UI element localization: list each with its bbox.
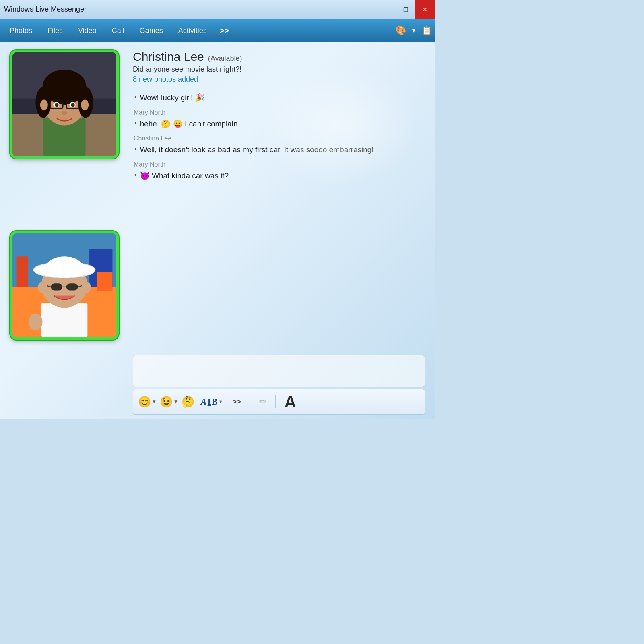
message-bullet: ▪ [133, 93, 137, 101]
svg-rect-30 [46, 264, 83, 271]
close-button[interactable]: ✕ [415, 0, 435, 19]
menu-call[interactable]: Call [105, 24, 132, 37]
emoji3-group: 🤔 [182, 396, 194, 408]
svg-point-37 [83, 282, 91, 293]
font-dropdown[interactable]: ▼ [219, 399, 223, 404]
emoji3-button[interactable]: 🤔 [182, 396, 194, 408]
contact-name: Christina Lee [133, 50, 204, 64]
svg-point-38 [29, 314, 42, 330]
emoji1-group: 😊 ▼ [138, 396, 157, 408]
message-text: 😈 What kinda car was it? [140, 171, 229, 182]
message-row: ▪ hehe. 🤔 😛 I can't complain. [133, 118, 425, 130]
svg-point-16 [61, 111, 67, 115]
svg-rect-22 [17, 256, 28, 287]
message-text: Well, it doesn't look as bad as my first… [140, 144, 374, 155]
avatar-mary [10, 231, 119, 340]
message-text: hehe. 🤔 😛 I can't complain. [140, 119, 240, 130]
message-row: ▪ 😈 What kinda car was it? [133, 170, 425, 182]
message-input[interactable] [133, 355, 425, 387]
font-format-button[interactable]: A I B ▼ [198, 395, 226, 409]
contact-photos-link[interactable]: 8 new photos added [133, 75, 425, 84]
contact-name-row: Christina Lee (Available) [133, 50, 425, 64]
svg-point-14 [55, 103, 59, 107]
menu-photos[interactable]: Photos [2, 24, 39, 37]
contact-header: Christina Lee (Available) Did anyone see… [133, 50, 425, 84]
more-options-button[interactable]: >> [229, 396, 244, 408]
emoji1-dropdown[interactable]: ▼ [152, 399, 157, 405]
svg-rect-24 [97, 272, 112, 291]
message-text: Wow! lucky girl! 🎉 [140, 93, 205, 103]
minimize-button[interactable]: ─ [377, 0, 396, 19]
menu-files[interactable]: Files [40, 24, 70, 37]
menubar-right: 🎨 ▼ 📋 [395, 25, 432, 36]
main-container: Christina Lee (Available) Did anyone see… [0, 42, 435, 419]
menubar: Photos Files Video Call Games Activities… [0, 19, 435, 42]
chat-panel: Christina Lee (Available) Did anyone see… [129, 42, 435, 419]
chat-input-area[interactable] [133, 355, 425, 387]
svg-point-18 [81, 100, 89, 111]
menu-games[interactable]: Games [132, 24, 170, 37]
message-bullet: ▪ [133, 171, 137, 179]
emoji1-button[interactable]: 😊 [138, 396, 151, 408]
window-controls: ─ ❐ ✕ [377, 0, 435, 19]
paint-dropdown[interactable]: ▼ [409, 26, 419, 35]
emoji2-dropdown[interactable]: ▼ [173, 399, 178, 405]
svg-point-17 [40, 100, 48, 111]
emoji2-button[interactable]: 😉 [160, 396, 173, 408]
svg-rect-32 [66, 283, 78, 290]
contact-status: (Available) [208, 54, 242, 63]
restore-button[interactable]: ❐ [396, 0, 415, 19]
message-bullet: ▪ [133, 145, 137, 153]
message-bullet: ▪ [133, 120, 137, 127]
chat-toolbar: 😊 ▼ 😉 ▼ 🤔 A I B ▼ >> ✏ A [133, 389, 425, 415]
message-row: ▪ Well, it doesn't look as bad as my fir… [133, 144, 425, 156]
message-sender: Christina Lee [133, 135, 425, 142]
menu-video[interactable]: Video [71, 24, 104, 37]
message-row: ▪ Wow! lucky girl! 🎉 [133, 92, 425, 104]
menu-activities[interactable]: Activities [171, 24, 214, 37]
toolbar-separator2 [275, 395, 276, 408]
menu-icon[interactable]: 📋 [421, 25, 432, 36]
big-a-button[interactable]: A [281, 394, 299, 410]
emoji2-group: 😉 ▼ [160, 396, 178, 408]
svg-point-15 [71, 103, 75, 107]
contact-status-message: Did anyone see movie last night?! [133, 65, 425, 74]
toolbar-separator [250, 395, 250, 408]
paint-icon[interactable]: 🎨 [395, 25, 406, 36]
window-title: Windows Live Messenger [4, 5, 87, 14]
svg-rect-25 [41, 303, 88, 337]
titlebar: Windows Live Messenger ─ ❐ ✕ [0, 0, 435, 19]
message-sender: Mary North [133, 161, 425, 168]
menu-more-button[interactable]: >> [215, 24, 234, 38]
sign-button[interactable]: ✏ [256, 395, 270, 409]
left-panel [0, 42, 129, 419]
svg-point-36 [38, 282, 45, 293]
avatar-christina [10, 50, 119, 159]
chat-messages: ▪ Wow! lucky girl! 🎉 Mary North ▪ hehe. … [133, 89, 425, 352]
message-sender: Mary North [133, 109, 425, 116]
svg-rect-31 [51, 283, 63, 290]
